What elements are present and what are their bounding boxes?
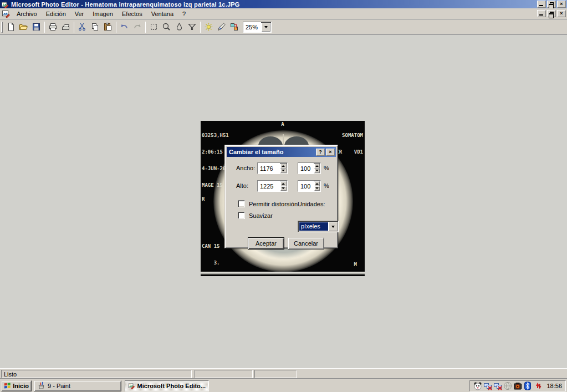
status-panel-2 — [195, 370, 253, 378]
toolbar-grip[interactable] — [1, 22, 3, 33]
width-field-wrap — [257, 162, 288, 174]
spin-up-button[interactable] — [280, 164, 287, 169]
image-balance-button[interactable] — [202, 21, 215, 33]
smooth-checkbox[interactable] — [238, 212, 245, 219]
height-input[interactable] — [258, 181, 280, 191]
sharpen-tool-icon — [187, 22, 197, 32]
height-percent-spinner — [314, 181, 320, 191]
ct-text-line: 03253,H51 — [202, 133, 232, 138]
width-input[interactable] — [258, 163, 280, 174]
photo-editor-app-icon — [128, 381, 135, 390]
new-button[interactable] — [4, 21, 17, 33]
menu-ver[interactable]: Ver — [70, 9, 89, 19]
camera-tray-icon[interactable] — [513, 381, 522, 390]
units-dropdown-button[interactable] — [329, 222, 338, 231]
toolbar: 25% — [0, 20, 567, 34]
pen-icon — [217, 22, 226, 32]
spin-down-button[interactable] — [314, 169, 320, 174]
menu-edicion[interactable]: Edición — [42, 9, 70, 19]
menu-ventana[interactable]: Ventana — [147, 9, 178, 19]
bluetooth-icon[interactable] — [523, 381, 532, 390]
doc-close-button[interactable]: × — [557, 10, 566, 17]
menubar: Archivo Edición Ver Imagen Efectos Venta… — [0, 8, 567, 19]
panda-antivirus-icon[interactable] — [473, 381, 482, 390]
minimize-icon — [539, 14, 543, 16]
zoom-level-combobox[interactable]: 25% — [243, 22, 272, 33]
task-button-photo-editor[interactable]: Microsoft Photo Edito... — [125, 380, 209, 391]
app-restore-button[interactable] — [547, 1, 556, 8]
close-icon: × — [560, 11, 563, 16]
printer-icon — [48, 22, 58, 32]
units-combobox[interactable]: píxeles — [298, 221, 339, 232]
system-tray: 18:56 — [469, 380, 566, 391]
cancel-button[interactable]: Cancelar — [288, 237, 324, 250]
task-button-label: Microsoft Photo Edito... — [137, 383, 206, 389]
dialog-help-button[interactable]: ? — [316, 149, 325, 156]
paste-button[interactable] — [101, 21, 114, 33]
network-disconnected-icon[interactable] — [493, 381, 502, 390]
select-button[interactable] — [147, 21, 160, 33]
save-button[interactable] — [30, 21, 43, 33]
zoom-dropdown-button[interactable] — [262, 23, 270, 32]
save-floppy-icon — [32, 22, 41, 32]
copy-button[interactable] — [89, 21, 101, 33]
sharpen-button[interactable] — [186, 21, 198, 33]
arrow-down-icon — [282, 170, 285, 171]
menu-imagen[interactable]: Imagen — [88, 9, 118, 19]
accept-button[interactable]: Aceptar — [248, 237, 284, 250]
globe-status-icon[interactable] — [503, 381, 512, 390]
toolbar-separator — [200, 22, 201, 33]
dialog-close-button[interactable]: × — [326, 149, 335, 156]
scan-button[interactable] — [59, 21, 72, 33]
ct-annotation-bottom-left: CAN 15 3. 180 10.0 132 oV 218 0/-55 -11 — [202, 232, 220, 276]
spin-down-button[interactable] — [314, 186, 320, 191]
chevron-down-icon — [264, 26, 268, 28]
image-properties-button[interactable] — [228, 21, 241, 33]
undo-button[interactable] — [118, 21, 131, 33]
open-button[interactable] — [17, 21, 30, 33]
dialog-titlebar[interactable]: Cambiar el tamaño ? × — [227, 147, 336, 157]
spin-up-button[interactable] — [314, 181, 320, 186]
spin-down-button[interactable] — [280, 186, 287, 191]
scissors-icon — [78, 22, 87, 32]
arrow-up-icon — [315, 183, 319, 185]
width-percent-input[interactable] — [298, 163, 314, 174]
print-button[interactable] — [47, 21, 59, 33]
height-spinner — [280, 181, 287, 191]
magnifier-icon — [162, 22, 171, 32]
task-button-paint[interactable]: 9 - Paint — [34, 380, 121, 391]
toolbar-separator — [145, 22, 146, 33]
selection-rectangle-icon — [149, 22, 159, 32]
spin-down-button[interactable] — [280, 169, 287, 174]
app-close-button[interactable]: × — [557, 1, 566, 8]
height-label: Alto: — [236, 182, 248, 189]
menu-ayuda[interactable]: ? — [178, 9, 190, 19]
document-icon — [2, 9, 10, 18]
doc-minimize-button[interactable] — [537, 10, 546, 17]
paste-clipboard-icon — [103, 22, 113, 32]
menu-efectos[interactable]: Efectos — [118, 9, 147, 19]
arrow-up-icon — [282, 183, 285, 185]
transparent-color-button[interactable] — [215, 21, 228, 33]
redo-button[interactable] — [131, 21, 144, 33]
scanner-icon — [61, 22, 70, 32]
photo-editor-app-icon — [1, 1, 9, 8]
start-button[interactable]: Inicio — [1, 380, 32, 391]
doc-restore-button[interactable] — [547, 10, 556, 17]
app-minimize-button[interactable] — [537, 1, 546, 8]
height-field-wrap — [257, 180, 288, 192]
allow-distortion-checkbox[interactable] — [238, 200, 245, 207]
percent-sign: % — [324, 165, 329, 171]
status-message: Listo — [1, 370, 192, 378]
sun-brightness-icon — [204, 22, 213, 32]
menu-archivo[interactable]: Archivo — [12, 9, 42, 19]
network-disconnected-icon[interactable] — [483, 381, 492, 390]
zoom-button[interactable] — [160, 21, 173, 33]
cut-button[interactable] — [76, 21, 89, 33]
smudge-button[interactable] — [173, 21, 186, 33]
spin-up-button[interactable] — [280, 181, 287, 186]
spin-up-button[interactable] — [314, 164, 320, 169]
activity-arrows-icon[interactable] — [533, 381, 542, 390]
zoom-level-value: 25% — [243, 22, 261, 32]
height-percent-input[interactable] — [298, 181, 314, 191]
